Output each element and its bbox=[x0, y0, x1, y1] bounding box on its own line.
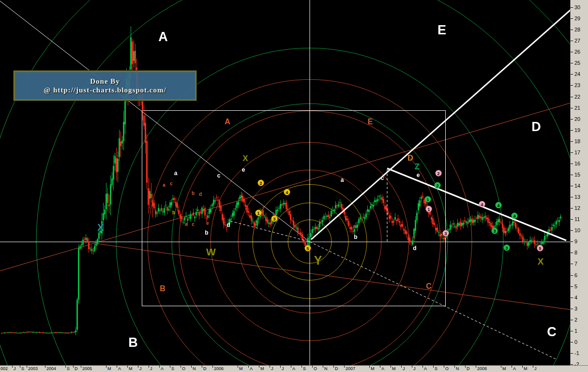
x-axis-label: A bbox=[161, 366, 164, 371]
y-axis-tick bbox=[571, 74, 573, 74]
y-axis-tick bbox=[571, 342, 573, 342]
x-axis-tick bbox=[533, 366, 533, 368]
x-axis-tick bbox=[302, 366, 302, 368]
y-axis-label: 3 bbox=[574, 306, 577, 312]
x-axis-tick bbox=[248, 366, 249, 368]
y-axis-label: 16 bbox=[574, 161, 580, 166]
x-axis-tick bbox=[391, 366, 391, 368]
x-axis-tick bbox=[73, 366, 74, 368]
x-axis[interactable]: 002JS20032004SD2005MAMJJASOND2006MAMJJAS… bbox=[0, 365, 588, 372]
y-axis-label: 15 bbox=[574, 172, 580, 178]
x-axis-label: 2005 bbox=[82, 366, 92, 371]
x-axis-tick bbox=[522, 366, 523, 368]
x-axis-label: N bbox=[456, 366, 459, 371]
y-axis-tick bbox=[571, 152, 573, 153]
y-axis-label: 23 bbox=[574, 82, 580, 88]
y-axis-label: 22 bbox=[574, 94, 580, 100]
x-axis-label: M bbox=[524, 366, 528, 371]
chart-window: AEDCBXWYXXZAEDBCacebdabcedacbdaceacb1234… bbox=[0, 0, 588, 372]
x-axis-label: 2006 bbox=[214, 366, 224, 371]
x-axis-tick bbox=[401, 366, 402, 368]
x-axis-tick bbox=[127, 366, 128, 368]
y-axis-label: 10 bbox=[574, 227, 580, 233]
x-axis-tick bbox=[202, 366, 202, 368]
x-axis-tick bbox=[280, 366, 281, 368]
x-axis-tick bbox=[412, 366, 412, 368]
x-axis-tick bbox=[312, 366, 313, 368]
x-axis-label: D bbox=[203, 366, 207, 371]
y-axis-label: 27 bbox=[574, 38, 580, 44]
x-axis-label: D bbox=[335, 366, 338, 371]
y-axis-tick bbox=[571, 364, 573, 365]
x-axis-label: D bbox=[467, 366, 470, 371]
y-axis-label: 30 bbox=[574, 4, 580, 10]
x-axis-tick bbox=[270, 366, 270, 368]
x-axis-label: 2008 bbox=[477, 366, 487, 371]
y-axis-label: 18 bbox=[574, 138, 580, 144]
x-axis-label: N bbox=[324, 366, 328, 371]
x-axis-label: J bbox=[139, 366, 142, 371]
x-axis-tick bbox=[323, 366, 323, 368]
x-axis-label: M bbox=[129, 366, 133, 371]
x-axis-tick bbox=[465, 366, 466, 368]
x-axis-label: M bbox=[371, 366, 375, 371]
x-axis-tick bbox=[369, 366, 370, 368]
y-axis-tick bbox=[571, 208, 573, 208]
x-axis-tick bbox=[181, 366, 181, 368]
x-axis-label: A bbox=[250, 366, 253, 371]
x-axis-label: J bbox=[14, 366, 16, 371]
y-axis-label: 12 bbox=[574, 205, 580, 211]
x-axis-label: 002 bbox=[0, 366, 8, 371]
y-axis-tick bbox=[571, 18, 573, 19]
x-axis-label: M bbox=[392, 366, 396, 371]
x-axis-tick bbox=[170, 366, 170, 368]
x-axis-label: M bbox=[239, 366, 243, 371]
x-axis-label: M bbox=[107, 366, 111, 371]
y-axis-tick bbox=[571, 298, 573, 298]
x-axis-tick bbox=[106, 366, 106, 368]
x-axis-tick bbox=[476, 366, 476, 368]
y-axis-label: 2 bbox=[574, 317, 577, 323]
y-axis[interactable]: 3029282726252423222120191817161514131211… bbox=[570, 0, 588, 365]
x-axis-tick bbox=[138, 366, 138, 368]
x-axis-tick bbox=[65, 366, 66, 368]
x-axis-label: J bbox=[413, 366, 416, 371]
price-chart-canvas[interactable] bbox=[0, 0, 588, 372]
x-axis-tick bbox=[159, 366, 160, 368]
y-axis-label: 0 bbox=[574, 339, 577, 345]
y-axis-tick bbox=[571, 63, 573, 63]
y-axis-tick bbox=[571, 52, 573, 52]
x-axis-label: J bbox=[271, 366, 273, 371]
x-axis-label: J bbox=[403, 366, 405, 371]
x-axis-label: S bbox=[435, 366, 437, 371]
y-axis-tick bbox=[571, 275, 573, 276]
y-axis-label: 17 bbox=[574, 149, 580, 155]
y-axis-label: 21 bbox=[574, 105, 580, 111]
x-axis-tick bbox=[149, 366, 149, 368]
y-axis-label: 8 bbox=[574, 250, 577, 255]
x-axis-label: O bbox=[182, 366, 185, 371]
x-axis-label: S bbox=[171, 366, 174, 371]
x-axis-tick bbox=[444, 366, 444, 368]
y-axis-tick bbox=[571, 320, 573, 320]
y-axis-tick bbox=[571, 175, 573, 175]
x-axis-label: J bbox=[150, 366, 152, 371]
x-axis-label: A bbox=[424, 366, 427, 371]
x-axis-tick bbox=[433, 366, 434, 368]
x-axis-label: O bbox=[445, 366, 449, 371]
y-axis-tick bbox=[571, 7, 573, 8]
watermark-box: Done By @ http://just-charts.blogspot.co… bbox=[14, 71, 196, 101]
y-axis-tick bbox=[571, 353, 573, 354]
x-axis-label: A bbox=[292, 366, 295, 371]
y-axis-tick bbox=[571, 219, 573, 220]
x-axis-tick bbox=[212, 366, 213, 368]
x-axis-label: M bbox=[502, 366, 506, 371]
y-axis-tick bbox=[571, 119, 573, 119]
watermark-line1: Done By bbox=[90, 77, 120, 86]
x-axis-tick bbox=[117, 366, 117, 368]
y-axis-label: 1 bbox=[574, 328, 577, 334]
x-axis-tick bbox=[344, 366, 345, 368]
y-axis-tick bbox=[571, 286, 573, 287]
x-axis-label: A bbox=[118, 366, 121, 371]
y-axis-tick bbox=[571, 141, 573, 142]
